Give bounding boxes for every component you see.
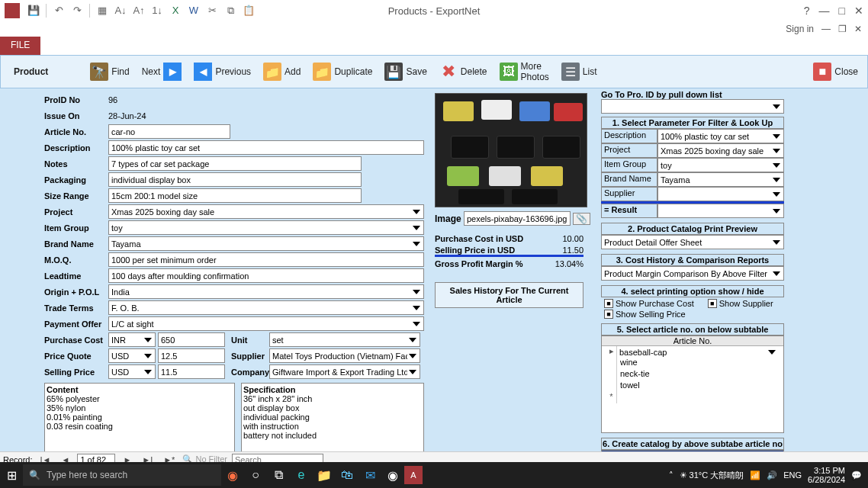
- chk-selling-price[interactable]: ■Show Selling Price: [604, 310, 781, 319]
- pq-ccy-select[interactable]: USD: [108, 348, 156, 363]
- taskbar-search[interactable]: 🔍Type here to search: [23, 464, 221, 486]
- sign-in-link[interactable]: Sign in: [786, 24, 814, 34]
- copilot-icon[interactable]: ◉: [221, 464, 244, 486]
- previous-button[interactable]: ◀Previous: [189, 61, 256, 82]
- more-photos-button[interactable]: 🖼MorePhotos: [495, 59, 554, 84]
- sub-item-2[interactable]: neck-tie: [617, 369, 650, 380]
- redo-icon[interactable]: ↷: [71, 5, 83, 17]
- f-result-select[interactable]: [657, 204, 784, 218]
- find-button[interactable]: 🔭Find: [85, 61, 133, 82]
- f-supp-select[interactable]: [657, 187, 784, 201]
- mail-icon[interactable]: ✉: [358, 464, 381, 486]
- pq-val-input[interactable]: [158, 348, 225, 363]
- center-panel: Image 📎 Purchase Cost in USD10.00 Sellin…: [435, 93, 595, 308]
- desc-input[interactable]: [108, 140, 424, 155]
- list-button[interactable]: ☰List: [557, 61, 602, 82]
- doc-restore-icon[interactable]: ❐: [838, 24, 847, 34]
- product-tab[interactable]: Product: [5, 63, 56, 81]
- undo-icon[interactable]: ↶: [53, 5, 65, 17]
- pack-input[interactable]: [108, 172, 362, 187]
- save-button[interactable]: 💾Save: [380, 61, 431, 82]
- store-icon[interactable]: 🛍: [336, 464, 358, 486]
- sub-item-3[interactable]: towel: [617, 380, 640, 392]
- chrome-icon[interactable]: ◉: [381, 464, 404, 486]
- maximize-icon[interactable]: □: [839, 5, 845, 17]
- sect2-select[interactable]: Product Detail Offer Sheet: [601, 235, 784, 249]
- save-icon[interactable]: 💾: [27, 5, 40, 17]
- delete-button[interactable]: ✖Delete: [435, 61, 492, 82]
- notifications-icon[interactable]: 💬: [851, 470, 862, 480]
- add-button[interactable]: 📁Add: [259, 61, 305, 82]
- f-brand-select[interactable]: Tayama: [657, 172, 784, 187]
- trade-select[interactable]: F. O. B.: [108, 300, 424, 315]
- article-input[interactable]: [108, 124, 230, 139]
- sp-val-input[interactable]: [158, 364, 225, 379]
- minimize-icon[interactable]: ―: [819, 5, 830, 17]
- doc-minimize-icon[interactable]: ―: [821, 24, 831, 34]
- sort-num-icon[interactable]: 1↓: [151, 5, 163, 17]
- close-button[interactable]: ■Close: [809, 61, 863, 82]
- article-subtable[interactable]: Article No. ▸baseball-cap wine neck-tie …: [601, 336, 784, 433]
- file-tab[interactable]: FILE: [0, 37, 40, 55]
- copy-icon[interactable]: ⧉: [224, 5, 236, 17]
- supp-label: Supplier: [231, 352, 269, 361]
- sell-value: 11.50: [562, 246, 583, 255]
- qat-icon[interactable]: ▦: [96, 5, 108, 17]
- sub-item-1[interactable]: wine: [617, 358, 638, 369]
- excel-icon[interactable]: X: [169, 5, 182, 17]
- moq-input[interactable]: [108, 252, 424, 267]
- f-proj-select[interactable]: Xmas 2025 boxing day sale: [657, 143, 784, 158]
- sub-item-0[interactable]: baseball-cap: [617, 346, 779, 358]
- explorer-icon[interactable]: 📁: [313, 464, 336, 486]
- group-select[interactable]: toy: [108, 220, 424, 235]
- pcost-val-input[interactable]: [158, 332, 225, 347]
- sect3-select[interactable]: Product Margin Comparison By Above Filte…: [601, 266, 784, 281]
- lang-icon[interactable]: ENG: [783, 470, 802, 480]
- size-input[interactable]: [108, 188, 362, 203]
- start-button[interactable]: ⊞: [0, 464, 23, 486]
- pcost-ccy-select[interactable]: INR: [108, 332, 156, 347]
- paste-icon[interactable]: 📋: [243, 5, 255, 17]
- purch-value: 10.00: [562, 234, 583, 243]
- project-select[interactable]: Xmas 2025 boxing day sale: [108, 204, 424, 219]
- sales-history-button[interactable]: Sales History For The Current Article: [435, 282, 583, 308]
- pq-label: Price Quote: [44, 352, 108, 361]
- tray-chevron-icon[interactable]: ˄: [669, 470, 674, 480]
- cut-icon[interactable]: ✂: [206, 5, 218, 17]
- word-icon[interactable]: W: [188, 5, 200, 17]
- binoculars-icon: 🔭: [90, 63, 108, 81]
- chk-supplier[interactable]: ■Show Supplier: [708, 299, 773, 308]
- image-file-input[interactable]: [464, 211, 571, 226]
- sort-asc-icon[interactable]: A↓: [114, 5, 127, 17]
- next-button[interactable]: Next▶: [137, 61, 187, 82]
- product-photo[interactable]: [435, 93, 587, 207]
- clock[interactable]: 3:15 PM6/28/2024: [808, 466, 845, 484]
- wifi-icon[interactable]: 📶: [750, 470, 760, 480]
- help-icon[interactable]: ?: [804, 5, 810, 17]
- goto-select[interactable]: [601, 99, 784, 114]
- chk-purchase-cost[interactable]: ■Show Purchase Cost: [604, 299, 694, 308]
- f-group-select[interactable]: toy: [657, 158, 784, 172]
- brand-select[interactable]: Tayama: [108, 236, 424, 251]
- supplier-select[interactable]: Matel Toys Production (Vietnam) Factory: [269, 348, 420, 363]
- doc-close-icon[interactable]: ✕: [854, 24, 862, 34]
- lead-input[interactable]: [108, 268, 424, 283]
- pay-select[interactable]: L/C at sight: [108, 316, 424, 331]
- image-browse-icon[interactable]: 📎: [573, 213, 590, 225]
- sort-desc-icon[interactable]: A↑: [133, 5, 145, 17]
- access-icon[interactable]: A: [404, 466, 423, 484]
- duplicate-button[interactable]: 📁Duplicate: [308, 61, 377, 82]
- f-desc-select[interactable]: 100% plastic toy car set: [657, 129, 784, 143]
- origin-select[interactable]: India: [108, 284, 424, 299]
- close-window-icon[interactable]: ✕: [854, 5, 863, 17]
- edge-icon[interactable]: e: [290, 464, 313, 486]
- taskview-icon[interactable]: ⧉: [267, 464, 290, 486]
- weather-widget[interactable]: ☀ 31°C 大部晴朗: [680, 470, 744, 481]
- origin-label: Origin + P.O.L: [44, 287, 108, 297]
- sp-ccy-select[interactable]: USD: [108, 364, 156, 379]
- cortana-icon[interactable]: ○: [244, 464, 267, 486]
- notes-input[interactable]: [108, 156, 362, 171]
- company-select[interactable]: Giftware Import & Export Trading Ltd: [269, 364, 420, 379]
- unit-select[interactable]: set: [269, 332, 420, 347]
- volume-icon[interactable]: 🔊: [767, 470, 777, 480]
